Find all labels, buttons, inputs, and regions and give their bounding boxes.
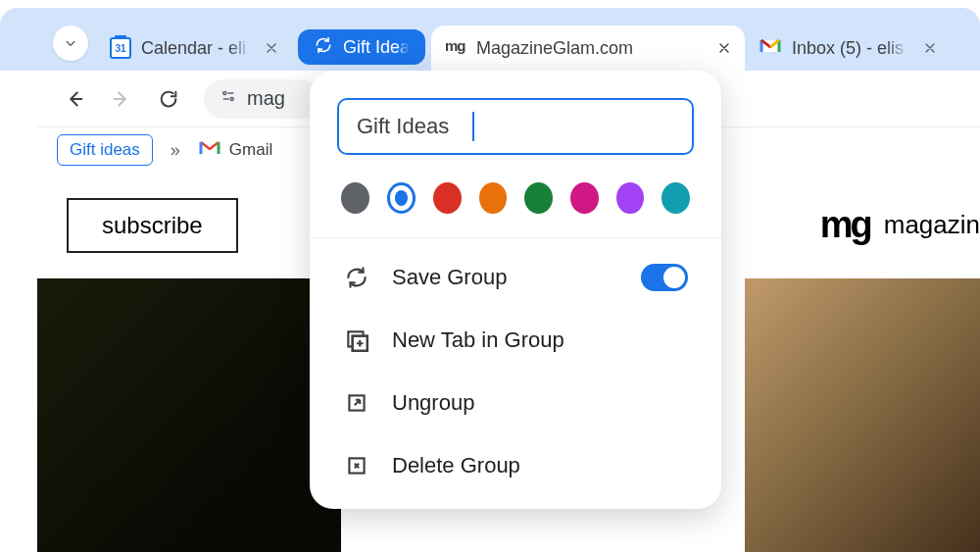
calendar-icon (110, 37, 131, 59)
new-tab-icon (343, 326, 370, 354)
site-name: magazin (884, 210, 980, 240)
color-picker (337, 182, 694, 214)
bookmark-folder-gift-ideas[interactable]: Gift ideas (57, 134, 153, 166)
tab-group-label: Gift Ideas (343, 37, 410, 58)
svg-point-0 (223, 92, 226, 95)
tab-close-button[interactable] (919, 37, 941, 59)
tab-group-gift-ideas[interactable]: Gift Ideas (298, 29, 425, 65)
color-blue[interactable] (387, 182, 416, 214)
bookmark-overflow-icon[interactable]: » (167, 140, 184, 161)
gmail-icon (198, 136, 221, 165)
sync-icon (343, 264, 370, 291)
menu-label: New Tab in Group (392, 327, 688, 353)
site-settings-icon (220, 87, 237, 110)
hero-image-right (745, 278, 980, 552)
color-purple[interactable] (616, 182, 645, 214)
menu-save-group[interactable]: Save Group (337, 246, 694, 309)
tab-close-button[interactable] (261, 37, 282, 59)
color-green[interactable] (524, 182, 553, 214)
color-cyan[interactable] (662, 182, 690, 214)
address-bar[interactable]: mag (204, 79, 321, 119)
tab-group-context-menu: Save Group New Tab in Group Ungroup Dele… (310, 71, 721, 509)
ungroup-icon (343, 389, 370, 417)
site-logo-area: mg magazin (820, 204, 980, 246)
text-cursor (472, 112, 474, 141)
url-text: mag (247, 87, 285, 110)
tab-strip: Calendar - eli Gift Ideas mg MagazineGla… (0, 8, 980, 71)
chevron-down-icon (62, 34, 79, 52)
sync-icon (314, 35, 333, 60)
hero-image-left (37, 278, 341, 552)
tab-title: Calendar - eli (141, 38, 251, 59)
bookmark-label: Gmail (229, 140, 272, 160)
divider (310, 237, 721, 238)
back-button[interactable] (57, 81, 92, 117)
menu-label: Delete Group (392, 453, 688, 478)
color-pink[interactable] (570, 182, 599, 214)
tab-close-button[interactable] (713, 37, 735, 59)
reload-button[interactable] (151, 81, 186, 117)
color-grey[interactable] (341, 182, 369, 214)
group-name-input[interactable] (337, 98, 694, 155)
menu-new-tab-in-group[interactable]: New Tab in Group (337, 309, 694, 372)
menu-label: Save Group (392, 265, 619, 290)
tab-magazineglam[interactable]: mg MagazineGlam.com (431, 25, 745, 71)
tab-calendar[interactable]: Calendar - eli (96, 25, 292, 71)
color-red[interactable] (433, 182, 462, 214)
menu-delete-group[interactable]: Delete Group (337, 434, 694, 497)
mg-logo: mg (820, 204, 870, 246)
tab-title: Inbox (5) - elis (792, 38, 909, 59)
save-group-toggle[interactable] (641, 264, 688, 291)
tab-gmail[interactable]: Inbox (5) - elis (745, 25, 951, 71)
subscribe-button[interactable]: subscribe (67, 198, 238, 253)
menu-ungroup[interactable]: Ungroup (337, 372, 694, 434)
gmail-icon (759, 34, 782, 63)
mg-favicon: mg (445, 37, 466, 59)
forward-button[interactable] (104, 81, 139, 117)
bookmark-gmail[interactable]: Gmail (198, 136, 272, 165)
delete-icon (343, 452, 370, 479)
menu-label: Ungroup (392, 390, 688, 416)
tab-title: MagazineGlam.com (476, 38, 704, 59)
tab-search-button[interactable] (53, 25, 88, 61)
svg-point-1 (230, 98, 233, 101)
color-orange[interactable] (479, 182, 508, 214)
